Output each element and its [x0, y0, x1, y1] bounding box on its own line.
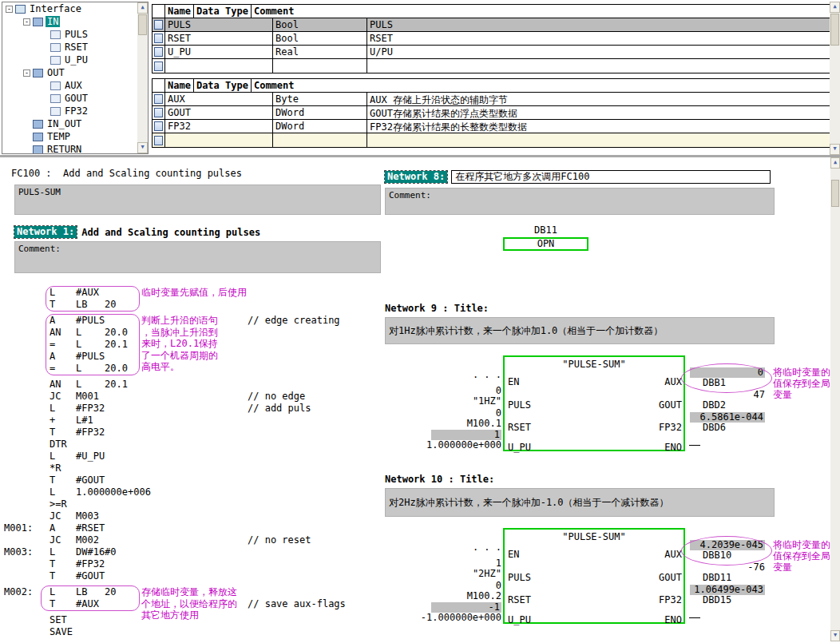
- stl-line[interactable]: SAVE: [4, 626, 385, 638]
- network-title-editbox[interactable]: 在程序其它地方多次调用FC100: [451, 170, 771, 184]
- table-row[interactable]: [153, 133, 830, 147]
- tree-item[interactable]: PULS: [2, 28, 148, 41]
- scroll-down-button[interactable]: ▼: [830, 630, 840, 641]
- stl-line[interactable]: AN L 20.1: [4, 379, 385, 391]
- stl-line[interactable]: + L#1: [4, 415, 385, 427]
- stl-line[interactable]: DTR: [4, 439, 385, 450]
- tree-item[interactable]: GOUT: [2, 92, 148, 105]
- stl-line[interactable]: A #PULS: [4, 351, 385, 363]
- scroll-up-button[interactable]: ▲: [137, 2, 148, 14]
- stl-line[interactable]: T #GOUT: [4, 570, 385, 582]
- column-header[interactable]: Data Type: [194, 79, 252, 92]
- tree-item[interactable]: FP32: [2, 105, 148, 117]
- tree-expander-icon[interactable]: -: [23, 69, 30, 77]
- datatype-cell[interactable]: DWord: [273, 106, 367, 119]
- stl-editor-column[interactable]: FC100 : Add and Scaling counting pulses …: [0, 157, 385, 641]
- comment-cell[interactable]: [367, 133, 830, 147]
- stl-line[interactable]: L #FP32 // add puls: [4, 403, 385, 415]
- tree-item[interactable]: TEMP: [2, 130, 148, 143]
- tree-item[interactable]: - Interface: [2, 2, 148, 15]
- stl-code-area[interactable]: 临时变量先赋值，后使用 L #AUX T: [4, 287, 385, 638]
- scroll-up-button[interactable]: ▲: [830, 2, 840, 13]
- table-row[interactable]: [153, 59, 830, 73]
- stl-line[interactable]: JC M001 // no edge: [4, 391, 385, 403]
- tree-item[interactable]: RETURN: [2, 143, 148, 154]
- name-cell[interactable]: AUX: [165, 93, 273, 105]
- network-9-comment-box[interactable]: 对1Hz脉冲累计计数，来一个脉冲加1.0（相当于一个加计数器）: [385, 317, 775, 344]
- name-cell[interactable]: GOUT: [165, 106, 273, 119]
- tree-expander-icon[interactable]: -: [6, 6, 13, 13]
- column-header[interactable]: Name: [165, 79, 194, 92]
- stl-line[interactable]: L #U_PU: [4, 450, 385, 462]
- editor-scrollbar[interactable]: ▲ ▼: [830, 157, 840, 641]
- stl-line[interactable]: AN L 20.0: [4, 327, 385, 339]
- comment-cell[interactable]: [367, 59, 830, 73]
- table-row[interactable]: PULS Bool PULS: [153, 18, 830, 32]
- table-row[interactable]: AUX Byte AUX 存储上升沿状态的辅助字节: [153, 93, 830, 106]
- name-cell[interactable]: FP32: [165, 120, 273, 133]
- tree-item[interactable]: U_PU: [2, 54, 148, 66]
- stl-line[interactable]: T #GOUT: [4, 474, 385, 486]
- scrollbar-thumb[interactable]: [830, 14, 839, 46]
- stl-line[interactable]: = L 20.0: [4, 363, 385, 375]
- datatype-cell[interactable]: Real: [273, 46, 367, 58]
- opn-instruction-box[interactable]: OPN: [503, 237, 588, 251]
- network-9-header[interactable]: Network 9 : Title:: [385, 303, 489, 314]
- interface-tree[interactable]: - Interface - IN PULS: [2, 2, 149, 154]
- tree-expander-icon[interactable]: -: [23, 18, 30, 26]
- column-header[interactable]: Comment: [252, 79, 297, 92]
- stl-line[interactable]: *R: [4, 462, 385, 474]
- stl-line[interactable]: T LB 20: [4, 299, 385, 311]
- column-header[interactable]: Name: [165, 5, 194, 18]
- stl-line[interactable]: T #FP32: [4, 427, 385, 439]
- stl-line[interactable]: T #FP32: [4, 558, 385, 570]
- stl-line[interactable]: M001: A #RSET: [4, 522, 385, 534]
- datatype-cell[interactable]: Bool: [273, 18, 367, 31]
- comment-cell[interactable]: RSET: [367, 32, 830, 45]
- stl-line[interactable]: SET: [4, 614, 385, 626]
- stl-line[interactable]: JC M003: [4, 510, 385, 522]
- comment-cell[interactable]: U/PU: [367, 46, 830, 58]
- comment-cell[interactable]: PULS: [367, 18, 830, 31]
- comment-cell[interactable]: GOUT存储累计结果的浮点类型数据: [367, 106, 830, 119]
- tree-item[interactable]: AUX: [2, 79, 148, 92]
- table-row[interactable]: GOUT DWord GOUT存储累计结果的浮点类型数据: [153, 106, 830, 120]
- network-10-comment-box[interactable]: 对2Hz脉冲累计计数，来一个脉冲加-1.0（相当于一个减计数器）: [385, 488, 775, 517]
- datatype-cell[interactable]: [273, 133, 367, 147]
- network-label[interactable]: Network 1:: [14, 226, 77, 238]
- tree-item[interactable]: - IN: [2, 15, 148, 28]
- stl-line[interactable]: L #AUX: [4, 287, 385, 299]
- stl-line[interactable]: T #AUX // save aux-flags: [4, 598, 385, 610]
- name-cell[interactable]: [165, 133, 273, 147]
- scroll-up-button[interactable]: ▲: [830, 157, 840, 169]
- name-cell[interactable]: PULS: [165, 18, 273, 31]
- stl-line[interactable]: M002: L LB 20: [4, 586, 385, 598]
- tree-item[interactable]: IN_OUT: [2, 117, 148, 130]
- stl-line[interactable]: >=R: [4, 498, 385, 510]
- tree-item[interactable]: RSET: [2, 41, 148, 54]
- comment-cell[interactable]: FP32存储累计结果的长整数类型数据: [367, 120, 830, 133]
- scroll-down-button[interactable]: ▼: [137, 142, 148, 153]
- tree-item[interactable]: - OUT: [2, 66, 148, 79]
- tables-scrollbar[interactable]: ▲ ▼: [830, 2, 840, 155]
- stl-line[interactable]: L 1.000000e+006: [4, 486, 385, 498]
- table-row[interactable]: RSET Bool RSET: [153, 32, 830, 46]
- db-open-call[interactable]: DB11 OPN: [503, 224, 588, 251]
- stl-line[interactable]: = L 20.1: [4, 339, 385, 351]
- tree-scrollbar[interactable]: ▲ ▼: [137, 2, 148, 153]
- table-row[interactable]: FP32 DWord FP32存储累计结果的长整数类型数据: [153, 120, 830, 133]
- scrollbar-thumb[interactable]: [138, 14, 147, 35]
- stl-line[interactable]: JC M002 // no reset: [4, 534, 385, 546]
- network-comment-box[interactable]: Comment:: [14, 241, 381, 273]
- network-title[interactable]: Add and Scaling counting pulses: [81, 227, 260, 238]
- network-label[interactable]: Network 8:: [385, 171, 447, 183]
- column-header[interactable]: Comment: [252, 5, 297, 18]
- name-cell[interactable]: [165, 59, 273, 73]
- block-outline[interactable]: [503, 355, 685, 451]
- scroll-down-button[interactable]: ▼: [830, 144, 840, 155]
- network-comment-box[interactable]: Comment:: [385, 188, 775, 215]
- datatype-cell[interactable]: DWord: [273, 120, 367, 133]
- fbd-editor-column[interactable]: Network 8: 在程序其它地方多次调用FC100 Comment: DB1…: [385, 157, 830, 641]
- name-cell[interactable]: RSET: [165, 32, 273, 45]
- stl-line[interactable]: A #PULS // edge creating: [4, 315, 385, 327]
